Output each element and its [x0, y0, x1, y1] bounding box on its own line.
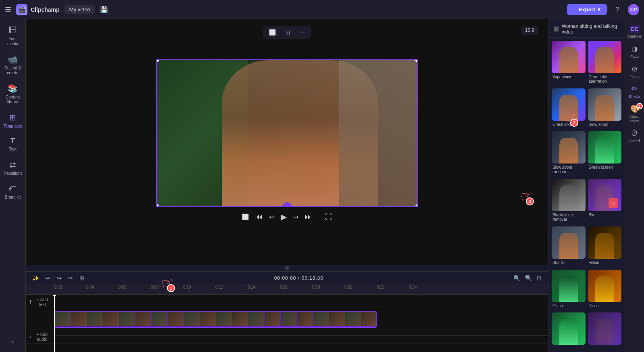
effect-label-filmic: Filmic: [588, 260, 622, 265]
skip-start-button[interactable]: ⏮: [255, 213, 263, 221]
timeline-zoom: 🔍 🔍 ⊡: [512, 274, 543, 282]
fit-button[interactable]: ⊡: [535, 274, 543, 282]
add-text-button[interactable]: + Add text: [34, 297, 51, 307]
clip-thumb-2: [87, 312, 103, 326]
zoom-out-button[interactable]: 🔍: [512, 274, 522, 282]
effect-blur-fill[interactable]: Blur fill: [552, 226, 586, 267]
undo-button[interactable]: ↩: [44, 274, 52, 282]
sidebar-item-text[interactable]: T Text: [2, 134, 24, 155]
zoom-in-button[interactable]: 🔍: [523, 274, 534, 282]
sidebar-item-transitions[interactable]: ⇄ Transitions: [2, 157, 24, 179]
ruler-tick-6: 0:14: [248, 285, 255, 289]
effect-label-slow-zoom-random: Slow zoom random: [552, 165, 586, 174]
effect-disco[interactable]: Disco: [588, 270, 622, 310]
right-tool-captions[interactable]: CC Captions: [626, 23, 644, 41]
effect-thumb-chromatic: [588, 41, 622, 73]
split-button[interactable]: ⊞: [78, 274, 86, 282]
ruler-tick-7: 0:16: [280, 285, 288, 289]
ruler-tick-10: 0:22: [377, 285, 384, 289]
video-track-content[interactable]: [54, 309, 548, 329]
sidebar-item-content-library[interactable]: 📚 Content library: [2, 80, 24, 108]
effect-slow-zoom[interactable]: Slow zoom: [588, 88, 622, 129]
effect-green-screen[interactable]: Green screen: [588, 131, 622, 176]
corner-bl[interactable]: [156, 204, 159, 207]
badge-2: 2: [636, 103, 643, 109]
save-icon[interactable]: 💾: [100, 6, 108, 13]
effect-crash-zoom[interactable]: Crash zoom: [552, 88, 586, 129]
clip-thumb-18: [345, 312, 361, 326]
effect-black-white[interactable]: Black/white removal: [552, 179, 586, 224]
sidebar-collapse-btn[interactable]: ‹: [2, 335, 24, 349]
sidebar-label-library: Content library: [3, 95, 23, 105]
effect-bottom-1[interactable]: [552, 312, 586, 349]
right-tool-filters[interactable]: ⊘ Filters: [626, 62, 644, 82]
forward-button[interactable]: ↪: [293, 213, 298, 221]
export-button[interactable]: ↑ Export ▾: [567, 4, 607, 15]
play-button[interactable]: ▶: [281, 212, 287, 222]
left-sidebar: 🎞 Your media 📹 Record &create 📚 Content …: [0, 19, 26, 352]
topbar: ☰ 🎬 Clipchamp My video 💾 ↑ Export ▾ ? CP: [0, 0, 644, 19]
rewind-button[interactable]: ↩: [269, 213, 274, 221]
effect-label-disco: Disco: [588, 304, 622, 308]
scroll-down-button[interactable]: ▾: [284, 265, 290, 271]
ruler-tick-3: 0:08: [151, 285, 158, 289]
chevron-left-icon: ‹: [12, 338, 14, 346]
sidebar-item-templates[interactable]: ⊞ Templates: [2, 109, 24, 132]
effect-blur[interactable]: ☜ Blur: [588, 179, 622, 224]
fullfit-button[interactable]: ⊡: [282, 27, 294, 37]
cut-button[interactable]: ✂: [67, 274, 75, 282]
corner-br[interactable]: [415, 204, 418, 207]
more-button[interactable]: ···: [297, 27, 308, 37]
effect-glitch[interactable]: Glitch: [552, 270, 586, 310]
sidebar-label-your-media: Your media: [3, 37, 23, 46]
crop-button[interactable]: ⬜: [266, 27, 279, 37]
playhead: [54, 295, 55, 352]
skip-end-button[interactable]: ⏭: [305, 213, 312, 221]
brand-icon: 🏷: [9, 184, 17, 193]
right-tool-effects[interactable]: ✏ Effects: [626, 82, 644, 101]
effect-filmic[interactable]: Filmic: [588, 226, 622, 267]
text-track-content: [54, 295, 548, 309]
filters-icon: ⊘: [631, 65, 638, 73]
video-clip[interactable]: [54, 311, 377, 328]
sidebar-item-brand-kit[interactable]: 🏷 Brand kit: [2, 181, 24, 203]
clip-thumb-10: [216, 312, 232, 326]
right-tool-fade[interactable]: ◑ Fade: [626, 42, 644, 61]
redo-button[interactable]: ↪: [55, 274, 63, 282]
right-tool-adjust-colors[interactable]: 🎨 Adjust colors 2: [626, 102, 644, 126]
speed-icon: ⏱: [631, 129, 638, 138]
add-audio-button[interactable]: + Add audio: [33, 332, 51, 342]
help-button[interactable]: ?: [612, 4, 623, 15]
adjust-colors-label: Adjust colors: [627, 115, 642, 124]
video-icon: 🎬: [553, 26, 559, 32]
ruler-tick-9: 0:20: [344, 285, 352, 289]
scroll-indicator: ▾: [26, 265, 548, 271]
video-title[interactable]: My video: [65, 5, 95, 14]
effect-slow-zoom-random[interactable]: Slow zoom random: [552, 131, 586, 176]
captions-toggle-button[interactable]: ⬜: [242, 214, 249, 220]
sidebar-item-your-media[interactable]: 🎞 Your media: [2, 23, 24, 50]
right-tool-speed[interactable]: ⏱ Speed: [626, 127, 644, 146]
fullscreen-button[interactable]: ⛶: [325, 213, 332, 221]
effect-thumb-black-white: [552, 179, 586, 211]
effects-title: 🎬 Woman sitting and talking video: [553, 23, 620, 35]
auto-compose-button[interactable]: ✨: [31, 274, 41, 282]
effect-thumb-slow-zoom: [588, 88, 622, 121]
ruler-tick-1: 0:04: [86, 285, 94, 289]
video-toolbar: ⬜ ⊡ ···: [263, 26, 311, 39]
timeline: ✨ ↩ ↪ ✂ ⊞ 00:00.00 / 00:18.80 🔍 🔍 ⊡: [26, 271, 548, 352]
clip-thumb-7: [168, 312, 184, 326]
sidebar-item-record-create[interactable]: 📹 Record &create: [2, 51, 24, 79]
speed-label: Speed: [629, 139, 640, 143]
text-track: T + Add text: [26, 295, 548, 309]
effect-chromatic[interactable]: Chromatic aberration: [588, 41, 622, 86]
menu-icon[interactable]: ☰: [5, 5, 11, 14]
effect-bottom-2[interactable]: [588, 312, 622, 349]
avatar[interactable]: CP: [628, 4, 639, 15]
effect-thumb-bottom-1: [552, 312, 586, 345]
effect-thumb-green-screen: [588, 131, 622, 163]
fade-label: Fade: [630, 54, 639, 59]
effect-vaporwave[interactable]: Vaporwave: [552, 41, 586, 86]
filters-label: Filters: [629, 75, 640, 79]
clip-thumb-16: [313, 312, 329, 326]
